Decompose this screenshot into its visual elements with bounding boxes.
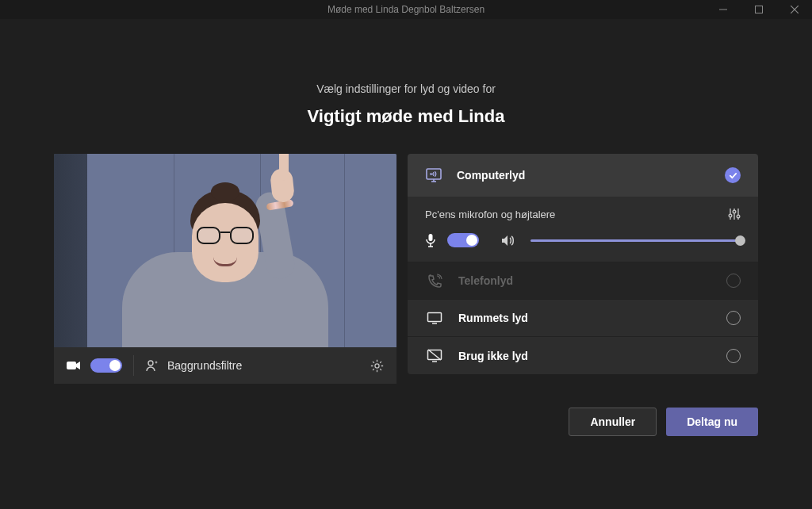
- prejoin-subtitle: Vælg indstillinger for lyd og video for: [316, 82, 496, 95]
- maximize-icon: [755, 6, 763, 13]
- preview-person: [122, 181, 328, 347]
- svg-point-13: [729, 214, 732, 217]
- svg-point-6: [375, 363, 379, 367]
- window-title: Møde med Linda Degnbol Baltzersen: [327, 4, 485, 15]
- audio-device-settings-button[interactable]: [728, 208, 741, 220]
- video-settings-button[interactable]: [370, 359, 384, 373]
- svg-point-5: [148, 361, 153, 365]
- meeting-prejoin-window: Møde med Linda Degnbol Baltzersen Vælg i…: [0, 0, 812, 509]
- option-computer-audio[interactable]: Computerlyd Pc'ens mikrofon og højtalere: [408, 154, 758, 262]
- close-button[interactable]: [776, 0, 812, 19]
- audio-device-label: Pc'ens mikrofon og højtalere: [425, 209, 555, 220]
- meeting-title: Vigtigt møde med Linda: [308, 106, 505, 127]
- no-audio-icon: [425, 349, 444, 362]
- person-sparkle-icon: [145, 358, 159, 373]
- background-filters-button[interactable]: Baggrundsfiltre: [145, 358, 361, 373]
- window-controls: [705, 0, 812, 19]
- footer-buttons: Annuller Deltag nu: [54, 408, 758, 436]
- phone-audio-label: Telefonlyd: [458, 274, 712, 287]
- divider: [133, 355, 134, 376]
- option-phone-audio: Telefonlyd: [408, 262, 758, 300]
- svg-rect-16: [429, 234, 433, 241]
- computer-audio-body: Pc'ens mikrofon og højtalere: [408, 197, 758, 262]
- video-panel: Baggrundsfiltre: [54, 154, 396, 384]
- camera-icon: [67, 360, 81, 371]
- content-area: Vælg indstillinger for lyd og video for …: [0, 19, 812, 509]
- phone-audio-icon: [425, 274, 444, 289]
- computer-audio-label: Computerlyd: [457, 169, 710, 182]
- prejoin-main-row: Baggrundsfiltre Computerlyd: [54, 154, 758, 384]
- microphone-icon: [425, 234, 436, 247]
- svg-point-15: [737, 215, 740, 218]
- camera-preview: [54, 154, 396, 347]
- video-controls-bar: Baggrundsfiltre: [54, 347, 396, 384]
- camera-toggle[interactable]: [90, 358, 122, 373]
- option-room-audio[interactable]: Rummets lyd: [408, 300, 758, 337]
- svg-point-14: [733, 210, 736, 213]
- join-now-button[interactable]: Deltag nu: [666, 408, 758, 436]
- radio-indicator: [726, 274, 741, 288]
- room-audio-icon: [425, 312, 444, 324]
- radio-indicator[interactable]: [726, 349, 741, 363]
- speaker-icon: [501, 235, 515, 247]
- titlebar: Møde med Linda Degnbol Baltzersen: [0, 0, 812, 19]
- minimize-icon: [719, 6, 727, 13]
- option-no-audio[interactable]: Brug ikke lyd: [408, 337, 758, 374]
- audio-options-panel: Computerlyd Pc'ens mikrofon og højtalere: [408, 154, 758, 384]
- no-audio-label: Brug ikke lyd: [458, 350, 712, 362]
- svg-rect-1: [755, 6, 762, 13]
- microphone-toggle[interactable]: [447, 233, 479, 247]
- svg-rect-19: [428, 313, 442, 322]
- selected-check-icon: [725, 167, 741, 183]
- minimize-button[interactable]: [705, 0, 741, 19]
- volume-knob[interactable]: [735, 235, 745, 246]
- cancel-button[interactable]: Annuller: [569, 408, 657, 436]
- volume-slider[interactable]: [530, 239, 741, 242]
- computer-audio-icon: [425, 167, 442, 183]
- room-audio-label: Rummets lyd: [458, 312, 712, 324]
- maximize-button[interactable]: [741, 0, 776, 19]
- svg-rect-4: [67, 362, 76, 369]
- background-filters-label: Baggrundsfiltre: [167, 359, 242, 372]
- svg-line-23: [428, 350, 441, 360]
- radio-indicator[interactable]: [726, 311, 741, 325]
- close-icon: [791, 6, 799, 13]
